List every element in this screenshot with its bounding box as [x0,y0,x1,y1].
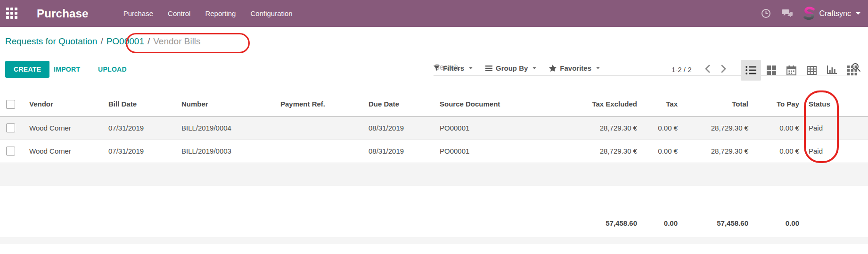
cell-number[interactable]: BILL/2019/0003 [177,139,276,163]
cell-total[interactable]: 28,729.30 € [682,116,753,139]
select-all-checkbox[interactable] [6,100,15,109]
list-view-button[interactable] [741,60,761,81]
breadcrumb-current: Vendor Bills [153,36,200,46]
pivot-view-icon [807,66,817,75]
calendar-view-button[interactable] [781,60,802,81]
main-menu: Purchase Control Reporting Configuration [123,9,293,17]
user-name: Craftsync [819,9,851,18]
star-icon [549,65,557,72]
activities-clock-icon[interactable] [761,8,771,18]
chevron-down-icon [596,67,600,69]
table-row[interactable]: Wood Corner 07/31/2019 BILL/2019/0004 08… [0,116,868,139]
chevron-down-icon [469,67,473,69]
pager-next-button[interactable] [720,64,727,75]
empty-row [0,186,868,209]
breadcrumb: Requests for Quotation/PO00001/Vendor Bi… [5,36,201,47]
cell-due-date[interactable]: 08/31/2019 [364,139,435,163]
favorites-dropdown[interactable]: Favorites [549,64,600,72]
menu-item-configuration[interactable]: Configuration [250,9,292,17]
grid-view-icon [847,66,857,75]
column-header-tax[interactable]: Tax [642,92,682,116]
kanban-view-icon [767,66,776,75]
cell-bill-date[interactable]: 07/31/2019 [104,139,177,163]
import-button[interactable]: IMPORT [54,66,80,73]
cell-to-pay[interactable]: 0.00 € [753,139,804,163]
grid-view-button[interactable] [842,60,862,81]
cell-source-document[interactable]: PO00001 [435,139,528,163]
total-total: 57,458.60 [682,209,753,238]
cell-vendor[interactable]: Wood Corner [25,116,104,139]
cell-source-document[interactable]: PO00001 [435,116,528,139]
purchase-vendor-bills-page: Purchase Purchase Control Reporting Conf… [0,0,868,254]
table-row[interactable]: Wood Corner 07/31/2019 BILL/2019/0003 08… [0,139,868,163]
column-header-total[interactable]: Total [682,92,753,116]
cell-payment-ref[interactable] [276,139,364,163]
menu-item-reporting[interactable]: Reporting [205,9,236,17]
empty-stripe-row [0,237,868,244]
cell-tax[interactable]: 0.00 € [642,116,682,139]
cell-tax-excluded[interactable]: 28,729.30 € [528,116,642,139]
breadcrumb-link-requests-for-quotation[interactable]: Requests for Quotation [5,36,97,46]
filters-dropdown[interactable]: Filters [434,64,473,72]
group-by-dropdown[interactable]: Group By [485,64,536,72]
cell-status[interactable]: Paid [804,139,868,163]
total-tax: 0.00 [642,209,682,238]
app-title: Purchase [37,7,89,20]
column-header-vendor[interactable]: Vendor [25,92,104,116]
cell-total[interactable]: 28,729.30 € [682,139,753,163]
control-panel: Requests for Quotation/PO00001/Vendor Bi… [0,27,868,58]
total-to-pay: 0.00 [753,209,804,238]
cell-tax[interactable]: 0.00 € [642,139,682,163]
messages-icon[interactable] [781,8,793,18]
top-navbar: Purchase Purchase Control Reporting Conf… [0,0,868,27]
graph-view-icon [827,66,837,75]
column-header-number[interactable]: Number [177,92,276,116]
upload-button[interactable]: UPLOAD [98,66,127,73]
cell-bill-date[interactable]: 07/31/2019 [104,116,177,139]
group-by-icon [485,66,492,71]
cell-payment-ref[interactable] [276,116,364,139]
create-button[interactable]: CREATE [5,61,49,78]
cell-to-pay[interactable]: 0.00 € [753,116,804,139]
chevron-down-icon [856,12,860,15]
menu-item-purchase[interactable]: Purchase [123,9,153,17]
cell-number[interactable]: BILL/2019/0004 [177,116,276,139]
chevron-left-icon [705,65,710,73]
pager-range: 1-2 / 2 [671,66,692,74]
column-header-status[interactable]: Status [804,92,868,116]
graph-view-button[interactable] [822,60,842,81]
toolbar: CREATE IMPORT UPLOAD Filters Group By Fa… [0,58,868,84]
empty-row [0,163,868,186]
view-switcher [741,60,862,81]
cell-due-date[interactable]: 08/31/2019 [364,116,435,139]
cell-vendor[interactable]: Wood Corner [25,139,104,163]
kanban-view-button[interactable] [761,60,781,81]
chevron-right-icon [721,65,726,73]
column-header-tax-excluded[interactable]: Tax Excluded [528,92,642,116]
cell-tax-excluded[interactable]: 28,729.30 € [528,139,642,163]
apps-grid-icon[interactable] [6,8,18,19]
calendar-view-icon [786,66,796,75]
list-view-icon [745,66,756,75]
column-header-bill-date[interactable]: Bill Date [104,92,177,116]
column-header-source-document[interactable]: Source Document [435,92,528,116]
cell-status[interactable]: Paid [804,116,868,139]
breadcrumb-separator: / [147,36,150,46]
filter-bar: Filters Group By Favorites [434,64,600,72]
menu-item-control[interactable]: Control [168,9,190,17]
row-checkbox[interactable] [6,147,15,156]
breadcrumb-separator: / [100,36,103,46]
column-header-payment-ref[interactable]: Payment Ref. [276,92,364,116]
breadcrumb-link-po00001[interactable]: PO00001 [106,36,144,46]
company-logo-icon [803,7,815,20]
table-header-row: Vendor Bill Date Number Payment Ref. Due… [0,92,868,116]
pager-prev-button[interactable] [704,64,711,75]
row-checkbox[interactable] [6,123,15,132]
user-menu[interactable]: Craftsync [803,7,860,20]
pivot-view-button[interactable] [802,60,822,81]
totals-row: 57,458.60 0.00 57,458.60 0.00 [0,209,868,238]
filter-icon [434,66,440,71]
column-header-due-date[interactable]: Due Date [364,92,435,116]
column-header-to-pay[interactable]: To Pay [753,92,804,116]
total-tax-excluded: 57,458.60 [528,209,642,238]
